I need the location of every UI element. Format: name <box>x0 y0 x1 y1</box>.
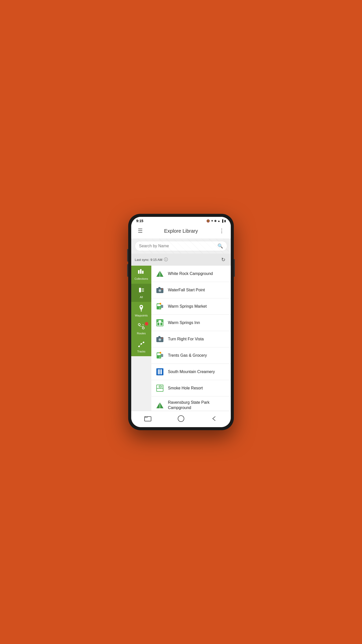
item-name: Ravensburg State Park Campground <box>168 400 227 411</box>
svg-point-41 <box>162 338 163 339</box>
refresh-button[interactable]: ↻ <box>219 256 227 264</box>
svg-point-39 <box>159 339 161 340</box>
svg-rect-69 <box>145 417 147 418</box>
gas-icon <box>155 302 164 311</box>
volume-down-button <box>127 264 128 277</box>
campground-icon <box>155 269 164 278</box>
status-time: 9:15 <box>136 219 143 223</box>
list-item[interactable]: Smoke Hole Resort <box>151 380 231 396</box>
camera-icon-2 <box>155 335 164 344</box>
more-options-button[interactable]: ⋮ <box>217 226 227 236</box>
volume-up-button <box>127 249 128 262</box>
svg-point-70 <box>178 416 184 422</box>
tracks-icon <box>138 341 145 349</box>
list-item[interactable]: Warm Springs Inn <box>151 315 231 331</box>
svg-rect-35 <box>162 320 163 322</box>
svg-rect-40 <box>158 336 160 337</box>
status-bar: 9:15 🔕 ✦ ⊕ ▲ ▐ ▮ <box>131 217 231 224</box>
item-name: Warm Springs Market <box>168 304 227 309</box>
map-background <box>131 238 231 254</box>
svg-rect-34 <box>157 320 158 322</box>
item-name: Turn Right For Vista <box>168 337 227 342</box>
phone-screen: 9:15 🔕 ✦ ⊕ ▲ ▐ ▮ ☰ Explore Library ⋮ <box>131 217 231 427</box>
notification-mute-icon: 🔕 <box>206 219 210 223</box>
svg-rect-56 <box>161 386 162 388</box>
menu-button[interactable]: ☰ <box>135 226 145 236</box>
info-icon[interactable]: ⓘ <box>164 257 168 262</box>
routes-label: Routes <box>137 332 146 335</box>
waypoints-label: Waypoints <box>135 314 148 317</box>
restaurant-icon <box>155 367 164 376</box>
list-item[interactable]: Warm Springs Market <box>151 298 231 315</box>
svg-rect-2 <box>142 271 144 274</box>
sync-label: Last sync: 9:15 AM <box>135 258 162 262</box>
svg-rect-3 <box>139 288 141 292</box>
wifi-icon: ▲ <box>217 219 220 222</box>
svg-rect-0 <box>138 270 140 274</box>
page-title: Explore Library <box>164 228 198 234</box>
svg-rect-46 <box>160 352 161 353</box>
item-name: Warm Springs Inn <box>168 320 227 326</box>
svg-rect-54 <box>157 389 163 391</box>
all-label: All <box>140 296 143 299</box>
power-button <box>234 259 235 277</box>
sync-bar: Last sync: 9:15 AM ⓘ ↻ <box>131 254 231 266</box>
hamburger-icon: ☰ <box>138 228 143 234</box>
bottom-nav <box>131 411 231 427</box>
sidebar-item-all[interactable]: All <box>131 284 151 302</box>
main-content: Collections All <box>131 266 231 411</box>
home-button[interactable] <box>175 414 187 423</box>
recents-button[interactable] <box>142 414 153 423</box>
sidebar: Collections All <box>131 266 151 411</box>
svg-line-11 <box>143 324 144 325</box>
svg-rect-44 <box>161 354 163 357</box>
item-name: South Mountain Creamery <box>168 369 227 375</box>
sidebar-item-collections[interactable]: Collections <box>131 266 151 284</box>
svg-rect-1 <box>140 269 142 274</box>
svg-point-9 <box>138 324 140 326</box>
svg-point-7 <box>141 306 142 307</box>
item-name: Trents Gas & Grocery <box>168 353 227 358</box>
svg-rect-43 <box>157 353 161 355</box>
collections-icon <box>138 269 145 276</box>
svg-rect-27 <box>159 307 161 309</box>
list-item[interactable]: White Rock Campground <box>151 266 231 282</box>
svg-rect-55 <box>159 386 159 388</box>
svg-rect-32 <box>160 323 162 325</box>
svg-rect-8 <box>141 310 142 311</box>
sidebar-item-routes[interactable]: Routes <box>131 320 151 338</box>
item-name: White Rock Campground <box>168 271 227 276</box>
svg-point-10 <box>142 327 144 329</box>
svg-point-21 <box>159 290 161 291</box>
routes-badge <box>145 322 148 326</box>
hotel-icon <box>155 318 164 327</box>
sync-text: Last sync: 9:15 AM ⓘ <box>135 257 168 262</box>
svg-rect-52 <box>157 385 160 388</box>
svg-rect-28 <box>160 303 161 304</box>
location-icon: ⊕ <box>214 219 216 223</box>
gas-icon-2 <box>155 351 164 360</box>
sidebar-item-waypoints[interactable]: Waypoints <box>131 302 151 320</box>
refresh-icon: ↻ <box>221 257 225 263</box>
list-item[interactable]: South Mountain Creamery <box>151 364 231 380</box>
back-button[interactable] <box>209 414 220 423</box>
sidebar-item-tracks[interactable]: Tracks <box>131 338 151 356</box>
resort-icon <box>155 384 164 393</box>
phone-frame: 9:15 🔕 ✦ ⊕ ▲ ▐ ▮ ☰ Explore Library ⋮ <box>128 214 234 430</box>
svg-rect-22 <box>158 287 160 288</box>
toolbar: ☰ Explore Library ⋮ <box>131 224 231 238</box>
list-item[interactable]: Ravensburg State Park Campground <box>151 396 231 411</box>
list-area: White Rock Campground WaterFall S <box>151 266 231 411</box>
svg-rect-68 <box>145 417 151 421</box>
svg-rect-48 <box>158 369 159 374</box>
list-item[interactable]: WaterFall Start Point <box>151 282 231 298</box>
list-item[interactable]: Trents Gas & Grocery <box>151 347 231 364</box>
search-container: 🔍 <box>131 238 231 254</box>
list-item[interactable]: Turn Right For Vista <box>151 331 231 347</box>
svg-rect-31 <box>157 323 159 325</box>
more-icon: ⋮ <box>219 228 224 234</box>
item-name: WaterFall Start Point <box>168 288 227 293</box>
status-icons: 🔕 ✦ ⊕ ▲ ▐ ▮ <box>206 219 226 223</box>
bluetooth-icon: ✦ <box>211 219 213 223</box>
signal-icon: ▐ <box>221 219 223 222</box>
